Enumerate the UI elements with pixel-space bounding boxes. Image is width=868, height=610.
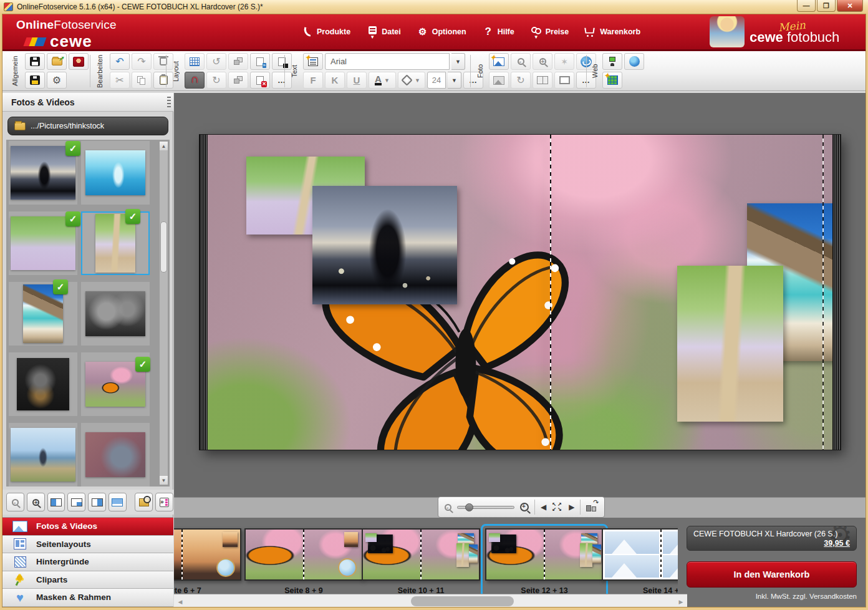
add-textbox-button[interactable]: ✦ bbox=[303, 53, 323, 70]
product-price-link[interactable]: 39,95 € bbox=[824, 539, 850, 548]
view-mode-3-button[interactable] bbox=[88, 493, 106, 511]
save-page-button[interactable] bbox=[272, 53, 292, 70]
rotate-right-button[interactable]: ↻ bbox=[206, 72, 226, 89]
maximize-button[interactable]: ❐ bbox=[817, 0, 836, 12]
photo-thumbnail-forest-path[interactable]: ✓ bbox=[81, 211, 150, 275]
photo-enhance-button[interactable]: ✶ bbox=[554, 53, 574, 70]
cut-button[interactable]: ✂ bbox=[110, 72, 130, 89]
close-button[interactable]: ✕ bbox=[837, 0, 863, 12]
sidebar-item-masken-rahmen[interactable]: ♥Masken & Rahmen bbox=[2, 589, 173, 607]
photo-thumbnail-kitten[interactable] bbox=[9, 352, 77, 416]
zoom-slider[interactable] bbox=[457, 506, 514, 509]
photo-thumbnail-butterfly-on-flowers[interactable]: ✓ bbox=[81, 352, 150, 416]
photo-compare-button[interactable] bbox=[533, 72, 552, 89]
save-button[interactable] bbox=[25, 53, 45, 70]
thumbs-zoom-out-button[interactable]: - bbox=[6, 493, 24, 511]
fill-color-button[interactable]: ▼ bbox=[398, 72, 425, 89]
font-size-select[interactable]: 24 bbox=[427, 72, 446, 89]
photo-zoom-in-button[interactable]: + bbox=[533, 53, 552, 70]
font-family-select[interactable]: Arial bbox=[325, 53, 450, 70]
next-page-button[interactable]: ▶ bbox=[569, 503, 574, 511]
photo-rotate-button[interactable]: ↻ bbox=[511, 72, 531, 89]
view-mode-1-button[interactable] bbox=[47, 493, 65, 511]
insert-page-button[interactable] bbox=[250, 53, 270, 70]
scroll-left-arrow[interactable]: ◀ bbox=[175, 597, 185, 606]
photo-thumbnail-couple-at-night[interactable]: ✓ bbox=[9, 141, 77, 205]
zoom-out-icon[interactable]: - bbox=[445, 504, 451, 511]
undo-button[interactable]: ↶ bbox=[110, 53, 130, 70]
sidebar-item-cliparts[interactable]: Cliparts bbox=[2, 571, 173, 589]
page-thumb-seite-12-13[interactable]: Seite 12 + 13 bbox=[485, 528, 604, 595]
add-map-button[interactable]: ✦ bbox=[602, 72, 622, 89]
add-photo-button[interactable]: ✦ bbox=[489, 53, 509, 70]
redo-button[interactable]: ↷ bbox=[132, 53, 152, 70]
delete-page-button[interactable] bbox=[250, 72, 270, 89]
view-mode-2-button[interactable] bbox=[67, 493, 85, 511]
scroll-up-arrow[interactable]: ▲ bbox=[160, 142, 168, 150]
open-button[interactable]: ➚ bbox=[47, 53, 67, 70]
photo-effects-button[interactable] bbox=[489, 72, 509, 89]
import-photos-button[interactable] bbox=[155, 493, 173, 511]
font-color-button[interactable]: A▼ bbox=[369, 72, 396, 89]
web-globe-button[interactable] bbox=[624, 53, 644, 70]
add-to-cart-button[interactable]: In den Warenkorb bbox=[687, 561, 857, 588]
sidebar-scrollbar[interactable]: ▲ ▼ bbox=[159, 141, 168, 485]
bring-forward-button[interactable] bbox=[228, 53, 248, 70]
bold-button[interactable]: F bbox=[303, 72, 323, 89]
layout-more-button[interactable]: … bbox=[272, 72, 292, 89]
zoom-slider-thumb[interactable] bbox=[465, 503, 473, 511]
delete-button[interactable] bbox=[153, 53, 173, 70]
photo-thumbnail-meadow-path[interactable]: ✓ bbox=[9, 211, 77, 275]
folder-path-button[interactable]: .../Pictures/thinkstock bbox=[7, 117, 168, 135]
scroll-right-arrow[interactable]: ▶ bbox=[676, 597, 686, 606]
menu-item-hilfe[interactable]: ?Hilfe bbox=[483, 27, 514, 37]
fit-to-window-button[interactable]: ↖↗↙↘ bbox=[552, 502, 563, 512]
spread-background-photo[interactable] bbox=[208, 135, 832, 450]
sidebar-item-fotos-videos[interactable]: Fotos & Videos bbox=[2, 518, 173, 536]
minimize-button[interactable]: — bbox=[797, 0, 816, 12]
font-family-dropdown[interactable]: ▼ bbox=[451, 53, 465, 70]
scrollbar-thumb[interactable] bbox=[160, 221, 167, 273]
photo-thumbnail-cat-upside-down[interactable] bbox=[81, 282, 150, 346]
underline-button[interactable]: U bbox=[347, 72, 367, 89]
book-spread[interactable] bbox=[200, 135, 841, 450]
menu-item-optionen[interactable]: ⚙Optionen bbox=[417, 27, 466, 37]
scroll-down-arrow[interactable]: ▼ bbox=[160, 476, 168, 485]
magnet-snap-button[interactable]: ∩ bbox=[185, 72, 205, 89]
page-thumb-seite-10-11[interactable]: Seite 10 + 11 bbox=[362, 528, 480, 595]
settings-button[interactable]: ⚙ bbox=[47, 72, 67, 89]
menu-item-warenkorb[interactable]: Warenkorb bbox=[585, 27, 640, 37]
thumbs-zoom-in-button[interactable]: + bbox=[27, 493, 45, 511]
font-size-dropdown[interactable]: ▼ bbox=[448, 72, 461, 89]
page-thumb-seite-8-9[interactable]: Seite 8 + 9 bbox=[244, 528, 363, 595]
horizontal-scrollbar[interactable]: ◀ ▶ bbox=[174, 594, 687, 608]
send-backward-button[interactable] bbox=[228, 72, 248, 89]
photo-frame-button[interactable] bbox=[554, 72, 574, 89]
hscrollbar-thumb[interactable] bbox=[411, 596, 514, 606]
inset-photo-couple[interactable] bbox=[312, 186, 457, 304]
slideshow-button[interactable] bbox=[602, 53, 622, 70]
photo-thumbnail-bottle-in-sea[interactable] bbox=[81, 141, 150, 205]
paste-button[interactable] bbox=[153, 72, 173, 89]
menu-item-produkte[interactable]: Produkte bbox=[302, 27, 350, 37]
photo-zoom-out-button[interactable]: - bbox=[511, 53, 531, 70]
menu-item-datei[interactable]: ▼Datei bbox=[367, 26, 401, 39]
rotate-left-button[interactable]: ↺ bbox=[206, 53, 226, 70]
menu-item-preise[interactable]: ▼Preise bbox=[531, 26, 569, 39]
page-thumb-seite-6-7[interactable]: Seite 6 + 7 bbox=[174, 528, 241, 595]
photo-thumbnail-fuzzy-animals[interactable] bbox=[81, 423, 150, 487]
search-folder-button[interactable] bbox=[135, 493, 153, 511]
save-as-button[interactable] bbox=[25, 72, 45, 89]
previous-page-button[interactable]: ◀ bbox=[541, 503, 546, 511]
photo-thumbnail-woman-on-beach[interactable] bbox=[9, 423, 77, 487]
copy-button[interactable] bbox=[132, 72, 152, 89]
grid-button[interactable] bbox=[185, 53, 205, 70]
inset-photo-forest-path[interactable] bbox=[677, 266, 783, 422]
italic-button[interactable]: K bbox=[325, 72, 345, 89]
sort-pages-button[interactable] bbox=[586, 503, 597, 512]
sidebar-item-seitenlayouts[interactable]: Seitenlayouts bbox=[2, 536, 173, 554]
sidebar-item-hintergr-nde[interactable]: Hintergründe bbox=[2, 553, 173, 571]
view-mode-all-button[interactable] bbox=[109, 493, 127, 511]
account-button[interactable] bbox=[69, 53, 89, 70]
panel-grip[interactable] bbox=[167, 97, 171, 109]
